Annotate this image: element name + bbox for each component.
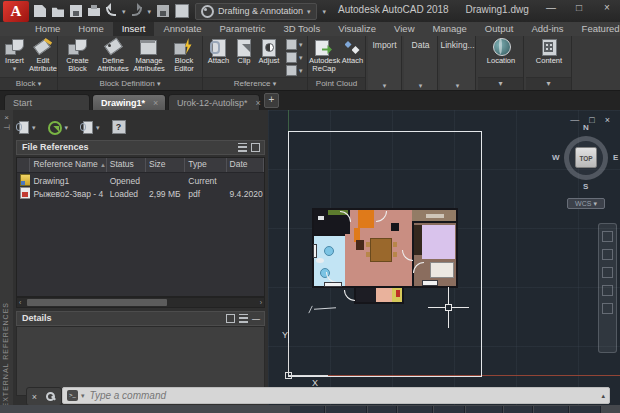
define-attributes-button[interactable]: Define Attributes: [95, 37, 131, 78]
panel-title-reference[interactable]: Reference ▾: [203, 77, 307, 90]
drawing-canvas[interactable]: Y X — □ × TOP N S W E WCS ▾: [268, 110, 620, 405]
ribbon-panel-data-collapsed[interactable]: Data ▾: [404, 36, 438, 90]
panel-title-block[interactable]: Block ▾: [0, 77, 57, 90]
tab-featured-apps[interactable]: Featured Apps: [573, 22, 620, 36]
panel-title-block-definition[interactable]: Block Definition ▾: [58, 77, 202, 90]
column-size[interactable]: Size: [146, 158, 185, 172]
viewcube-east[interactable]: E: [613, 153, 618, 162]
orbit-icon[interactable]: [602, 285, 613, 296]
tab-3d-tools[interactable]: 3D Tools: [274, 22, 329, 36]
column-status[interactable]: Status: [107, 158, 146, 172]
workspace-selector[interactable]: Drafting & Annotation ▾: [195, 3, 317, 20]
column-type[interactable]: Type: [185, 158, 226, 172]
open-sheet-set-icon[interactable]: [175, 4, 189, 18]
xref-row-drawing1[interactable]: Drawing1 Opened Current: [17, 174, 264, 187]
ribbon-panel-import-collapsed[interactable]: Import ▾: [368, 36, 402, 90]
status-segment[interactable]: [570, 406, 601, 413]
adjust-button[interactable]: Adjust: [256, 37, 282, 78]
vp-restore-icon[interactable]: □: [589, 115, 594, 125]
close-button[interactable]: ×: [600, 2, 614, 13]
vp-close-icon[interactable]: ×: [605, 115, 610, 125]
status-segment[interactable]: [290, 406, 325, 413]
new-tab-button[interactable]: +: [264, 93, 279, 108]
command-expand-icon[interactable]: ▴: [601, 392, 605, 400]
details-view-icon[interactable]: [226, 314, 235, 323]
attach-button[interactable]: Attach: [205, 37, 232, 78]
scroll-right-icon[interactable]: ›: [260, 299, 262, 306]
scroll-left-icon[interactable]: ‹: [19, 299, 21, 306]
attach-dwg-icon[interactable]: [16, 121, 29, 134]
command-input[interactable]: [88, 389, 599, 402]
tree-view-icon[interactable]: [251, 143, 260, 152]
plot-icon[interactable]: [88, 8, 100, 16]
clip-button[interactable]: Clip: [233, 37, 255, 78]
navigation-bar[interactable]: [598, 223, 617, 353]
preview-view-icon[interactable]: [239, 314, 248, 323]
column-date[interactable]: Date: [227, 158, 264, 172]
recent-commands-caret-icon[interactable]: ▾: [81, 392, 85, 399]
help-icon[interactable]: ?: [112, 120, 126, 134]
point-cloud-attach-button[interactable]: Attach: [340, 37, 365, 78]
underlay-layers-button[interactable]: ▾: [286, 38, 304, 50]
column-reference-name[interactable]: Reference Name ▲: [30, 158, 106, 172]
status-segment[interactable]: [368, 406, 397, 413]
save-icon[interactable]: [70, 5, 82, 17]
horizontal-scrollbar[interactable]: ‹ ›: [16, 297, 265, 308]
nav-wheel-icon[interactable]: [602, 231, 613, 242]
command-prompt-icon[interactable]: >_: [67, 390, 78, 401]
refresh-icon[interactable]: [48, 121, 62, 135]
vp-minimize-icon[interactable]: —: [570, 115, 579, 125]
panel-title-content[interactable]: ▾: [526, 77, 571, 90]
viewcube-top-face[interactable]: TOP: [575, 147, 597, 168]
xref-row-pdf-underlay[interactable]: Рыжево2-3вар - 4 Loaded 2,99 МБ pdf 9.4.…: [17, 187, 264, 200]
create-block-button[interactable]: Create Block: [61, 37, 94, 78]
new-file-icon[interactable]: [34, 5, 46, 17]
tab-visualize[interactable]: Visualize: [329, 22, 385, 36]
frames-button[interactable]: ▾: [286, 51, 304, 63]
close-tab-icon[interactable]: ×: [256, 98, 261, 108]
tab-home-1[interactable]: Home: [26, 22, 69, 36]
save-layout-icon[interactable]: [157, 5, 169, 17]
tab-add-ins[interactable]: Add-ins: [522, 22, 572, 36]
viewcube-west[interactable]: W: [552, 153, 560, 162]
palette-autohide-icon[interactable]: ⊣: [0, 123, 13, 133]
insert-block-button[interactable]: Insert ▾: [1, 37, 28, 78]
minimize-button[interactable]: —: [544, 2, 558, 13]
snap-underlays-button[interactable]: ▾: [286, 64, 304, 76]
list-view-icon[interactable]: [238, 143, 247, 152]
status-segment[interactable]: [466, 406, 503, 413]
edit-attribute-button[interactable]: Edit Attribute: [29, 37, 57, 78]
location-button[interactable]: Location: [484, 37, 518, 78]
status-segment[interactable]: [534, 406, 569, 413]
viewcube-south[interactable]: S: [583, 182, 588, 191]
status-segment[interactable]: [326, 406, 367, 413]
maximize-button[interactable]: □: [572, 2, 586, 13]
status-segment[interactable]: [434, 406, 465, 413]
tab-manage[interactable]: Manage: [424, 22, 476, 36]
autocad-logo-icon[interactable]: A: [3, 1, 29, 22]
details-collapse-icon[interactable]: —: [252, 314, 260, 323]
close-tab-icon[interactable]: ×: [153, 98, 158, 108]
pan-icon[interactable]: [602, 249, 613, 260]
tab-parametric[interactable]: Parametric: [211, 22, 275, 36]
attach-file-icon[interactable]: [80, 121, 93, 134]
redo-icon[interactable]: [132, 7, 142, 16]
command-customize-icon[interactable]: [46, 392, 56, 402]
palette-close-icon[interactable]: ×: [0, 113, 13, 123]
content-button[interactable]: Content: [532, 37, 566, 78]
status-segment[interactable]: [504, 406, 533, 413]
wcs-dropdown[interactable]: WCS ▾: [567, 198, 605, 209]
tab-output[interactable]: Output: [476, 22, 523, 36]
qat-overflow-caret-icon[interactable]: ▾: [323, 8, 327, 15]
file-tab-start[interactable]: Start: [4, 94, 90, 111]
file-tab-urok[interactable]: Urok-12-Autolisp*×: [168, 94, 260, 111]
undo-caret-icon[interactable]: ▾: [122, 8, 126, 15]
scrollbar-thumb[interactable]: [27, 299, 167, 306]
file-tab-drawing1[interactable]: Drawing1*×: [92, 94, 166, 111]
open-file-icon[interactable]: [52, 5, 64, 17]
manage-attributes-button[interactable]: Manage Attributes: [131, 37, 167, 78]
ribbon-panel-linking-collapsed[interactable]: Linking... ▾: [440, 36, 476, 90]
command-close-icon[interactable]: ×: [32, 392, 37, 402]
zoom-icon[interactable]: [602, 267, 613, 278]
status-segment[interactable]: [398, 406, 433, 413]
